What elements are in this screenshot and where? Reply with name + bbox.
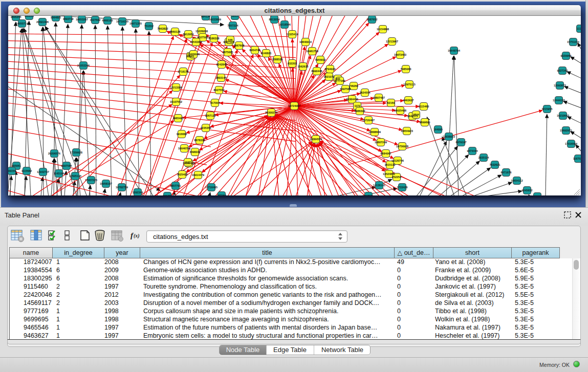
svg-text:14136141: 14136141 xyxy=(373,184,385,187)
svg-text:16671355: 16671355 xyxy=(129,22,142,25)
svg-text:12505135: 12505135 xyxy=(69,174,81,178)
svg-text:25300275: 25300275 xyxy=(265,111,277,114)
svg-text:39154: 39154 xyxy=(8,169,16,172)
svg-text:1235359: 1235359 xyxy=(201,126,211,129)
svg-text:8912954: 8912954 xyxy=(183,33,194,36)
svg-text:15226058: 15226058 xyxy=(195,30,208,33)
svg-text:9115460: 9115460 xyxy=(419,105,429,108)
svg-text:7986322: 7986322 xyxy=(355,110,365,113)
svg-text:9327503: 9327503 xyxy=(198,36,208,39)
svg-text:751552: 751552 xyxy=(144,25,154,28)
svg-text:16210643: 16210643 xyxy=(557,114,569,117)
svg-text:3624554: 3624554 xyxy=(360,91,371,94)
svg-text:1115682: 1115682 xyxy=(21,169,32,172)
svg-text:1173: 1173 xyxy=(354,104,360,107)
svg-text:15751074: 15751074 xyxy=(567,40,579,43)
svg-text:1167533: 1167533 xyxy=(573,157,581,160)
svg-text:15720407: 15720407 xyxy=(362,119,375,122)
svg-text:12093872: 12093872 xyxy=(554,84,566,87)
svg-text:8186328: 8186328 xyxy=(209,37,220,40)
svg-text:6466160: 6466160 xyxy=(102,19,113,22)
svg-text:832203: 832203 xyxy=(288,62,297,65)
svg-text:16154808: 16154808 xyxy=(377,28,389,31)
svg-text:7857224: 7857224 xyxy=(228,24,238,27)
svg-text:1733426: 1733426 xyxy=(397,186,408,189)
svg-text:2935114: 2935114 xyxy=(478,156,489,159)
svg-text:19654923: 19654923 xyxy=(401,129,413,133)
svg-text:9227342: 9227342 xyxy=(557,69,568,72)
svg-text:252254: 252254 xyxy=(392,176,401,179)
svg-text:9146821: 9146821 xyxy=(261,52,272,55)
svg-text:10025488: 10025488 xyxy=(394,109,406,112)
svg-text:18724007: 18724007 xyxy=(288,104,300,107)
svg-text:10046786: 10046786 xyxy=(178,147,190,150)
svg-text:10688609: 10688609 xyxy=(368,130,381,134)
svg-text:924506: 924506 xyxy=(533,195,542,195)
svg-text:9245652: 9245652 xyxy=(522,189,533,192)
svg-text:11325419: 11325419 xyxy=(286,33,298,36)
svg-text:7955812: 7955812 xyxy=(315,58,326,61)
svg-text:11172: 11172 xyxy=(577,27,581,30)
svg-text:12942737: 12942737 xyxy=(37,170,49,173)
svg-text:16033809: 16033809 xyxy=(209,18,221,21)
svg-text:7625402: 7625402 xyxy=(177,173,188,176)
svg-text:1588520: 1588520 xyxy=(272,58,283,61)
svg-text:3875685: 3875685 xyxy=(223,51,233,54)
svg-text:10719155: 10719155 xyxy=(116,20,128,23)
svg-text:23420046: 23420046 xyxy=(187,53,200,56)
svg-text:990223: 990223 xyxy=(25,16,34,17)
svg-text:16120746: 16120746 xyxy=(391,159,404,162)
svg-text:855061: 855061 xyxy=(12,164,21,167)
svg-text:7632621: 7632621 xyxy=(490,163,500,166)
svg-text:10807487: 10807487 xyxy=(373,96,385,99)
svg-text:12213967: 12213967 xyxy=(386,40,398,43)
svg-text:1806355: 1806355 xyxy=(11,16,21,18)
svg-text:14055714: 14055714 xyxy=(16,22,28,25)
svg-text:2867608: 2867608 xyxy=(234,44,245,47)
svg-text:157164: 157164 xyxy=(217,194,226,195)
svg-text:109453: 109453 xyxy=(163,194,172,195)
svg-text:2803144: 2803144 xyxy=(216,76,227,79)
svg-text:10653287: 10653287 xyxy=(76,18,88,21)
svg-text:9463627: 9463627 xyxy=(403,99,414,102)
svg-text:9474444: 9474444 xyxy=(467,149,478,152)
svg-text:9397586: 9397586 xyxy=(61,164,72,167)
svg-text:15938923: 15938923 xyxy=(443,135,455,138)
svg-text:8454749: 8454749 xyxy=(250,49,260,52)
svg-text:20206576: 20206576 xyxy=(48,152,60,155)
svg-text:9699695: 9699695 xyxy=(420,121,430,124)
svg-text:18640910: 18640910 xyxy=(299,40,312,43)
svg-text:9242845: 9242845 xyxy=(216,63,227,66)
svg-text:164095: 164095 xyxy=(433,128,443,131)
svg-text:18807249: 18807249 xyxy=(375,141,387,144)
svg-text:1527602: 1527602 xyxy=(90,18,101,21)
svg-text:8813054: 8813054 xyxy=(269,18,280,21)
svg-text:8660128: 8660128 xyxy=(170,30,181,33)
svg-text:546: 546 xyxy=(228,38,233,41)
svg-text:17016504: 17016504 xyxy=(565,142,577,145)
svg-text:917004: 917004 xyxy=(210,101,220,104)
svg-text:8678332: 8678332 xyxy=(194,139,205,142)
svg-text:12213389: 12213389 xyxy=(170,86,182,89)
svg-text:9777169: 9777169 xyxy=(335,79,345,82)
svg-text:7485063: 7485063 xyxy=(401,68,411,71)
svg-text:1127: 1127 xyxy=(185,161,191,164)
svg-text:16961758: 16961758 xyxy=(306,50,318,53)
svg-text:1893719: 1893719 xyxy=(63,17,74,20)
svg-text:9857791: 9857791 xyxy=(170,184,181,187)
svg-text:9684067: 9684067 xyxy=(381,152,391,155)
svg-text:6479197: 6479197 xyxy=(456,141,467,144)
svg-text:3215955: 3215955 xyxy=(542,107,553,111)
svg-text:19218506: 19218506 xyxy=(278,23,291,26)
svg-text:17359928: 17359928 xyxy=(70,151,82,154)
svg-text:62160: 62160 xyxy=(387,101,395,104)
svg-text:1064821: 1064821 xyxy=(51,16,61,19)
svg-text:15716485: 15716485 xyxy=(205,186,217,189)
svg-text:6794024: 6794024 xyxy=(325,68,336,71)
svg-text:10973403: 10973403 xyxy=(394,53,406,56)
svg-text:16914479: 16914479 xyxy=(192,173,204,177)
svg-text:21053346: 21053346 xyxy=(77,64,90,67)
svg-text:8813: 8813 xyxy=(232,16,238,17)
svg-text:1615132: 1615132 xyxy=(385,163,396,166)
svg-text:16782759: 16782759 xyxy=(116,186,128,189)
